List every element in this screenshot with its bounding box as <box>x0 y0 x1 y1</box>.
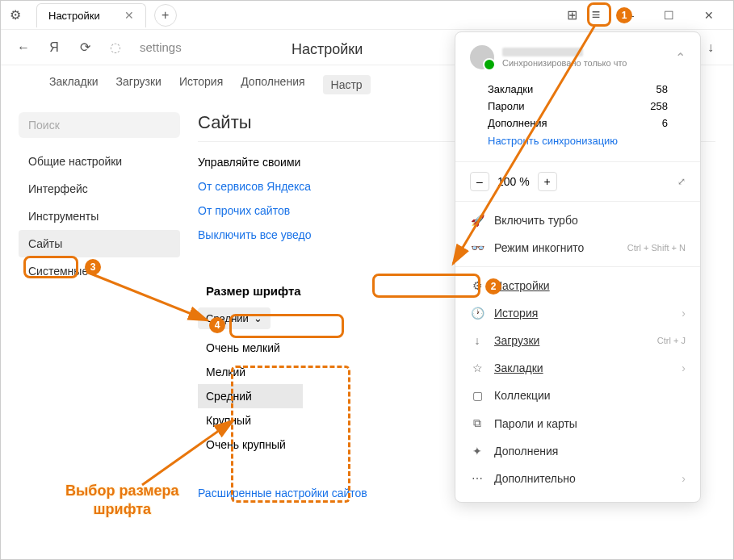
menu-turbo[interactable]: 🚀Включить турбо <box>455 207 700 234</box>
new-tab-button[interactable]: + <box>154 4 177 27</box>
downloads-icon[interactable]: ↓ <box>701 38 720 57</box>
menu-collections[interactable]: ▢Коллекции <box>455 382 700 409</box>
shortcut: Ctrl + J <box>657 336 686 345</box>
annotation-num-3: 3 <box>85 259 101 275</box>
stat-bookmarks-label: Закладки <box>488 83 533 95</box>
nav-downloads[interactable]: Загрузки <box>116 75 161 94</box>
sync-setup-link[interactable]: Настроить синхронизацию <box>488 132 668 150</box>
nav-addons[interactable]: Дополнения <box>241 75 304 94</box>
stat-passwords-val: 258 <box>650 100 668 112</box>
annotation-num-2: 2 <box>485 278 501 295</box>
menu-more[interactable]: ⋯Дополнительно› <box>455 465 700 492</box>
shortcut: Ctrl + Shift + N <box>627 243 686 253</box>
maximize-button[interactable]: ☐ <box>651 2 686 28</box>
chevron-right-icon: › <box>682 361 686 374</box>
stat-bookmarks-val: 58 <box>656 83 668 95</box>
gear-icon[interactable]: ⚙ <box>1 7 30 23</box>
zoom-level: 100 % <box>497 175 530 188</box>
dots-icon: ⋯ <box>470 472 484 485</box>
back-button[interactable]: ← <box>14 38 33 57</box>
annotation-num-1: 1 <box>616 7 632 23</box>
menu-passwords[interactable]: ⧉Пароли и карты <box>455 409 700 437</box>
stat-addons-label: Дополнения <box>488 117 547 129</box>
clock-icon: 🕐 <box>470 307 484 320</box>
sync-stats: Закладки58 Пароли258 Дополнения6 Настрои… <box>455 76 700 157</box>
settings-sidebar: Поиск Общие настройки Интерфейс Инструме… <box>19 112 180 505</box>
font-size-options: Очень мелкий Мелкий Средний Крупный Очен… <box>198 336 303 457</box>
sync-status: Синхронизировано только что <box>502 58 627 68</box>
star-icon: ☆ <box>470 361 484 374</box>
puzzle-icon: ✦ <box>470 445 484 458</box>
annotation-caption: Выбор размера шрифта <box>65 482 179 520</box>
menu-incognito[interactable]: 👓Режим инкогнитоCtrl + Shift + N <box>455 234 700 261</box>
rocket-icon: 🚀 <box>470 214 484 227</box>
chevron-down-icon: ⌄ <box>254 312 262 324</box>
sidebar-item-interface[interactable]: Интерфейс <box>19 175 180 203</box>
nav-bookmarks[interactable]: Закладки <box>49 75 99 94</box>
menu-bookmarks[interactable]: ☆Закладки› <box>455 354 700 382</box>
chevron-right-icon: › <box>682 307 686 320</box>
zoom-in-button[interactable]: + <box>538 172 557 191</box>
fullscreen-icon[interactable]: ⤢ <box>677 176 686 187</box>
gear-icon: ⚙ <box>470 279 484 292</box>
font-size-heading: Размер шрифта <box>198 279 309 303</box>
menu-user-row[interactable]: Синхронизировано только что ⌃ <box>455 42 700 76</box>
sidebar-item-sites[interactable]: Сайты <box>19 230 180 257</box>
nav-history[interactable]: История <box>179 75 223 94</box>
zoom-row: – 100 % + ⤢ <box>455 167 700 196</box>
chevron-right-icon: › <box>682 472 686 485</box>
search-input[interactable]: Поиск <box>19 112 180 138</box>
browser-tab[interactable]: Настройки ✕ <box>36 3 146 27</box>
stat-addons-val: 6 <box>662 117 668 129</box>
menu-history[interactable]: 🕐История› <box>455 299 700 327</box>
site-info-icon[interactable]: ◌ <box>106 38 125 57</box>
download-icon: ↓ <box>470 334 484 347</box>
font-option-m[interactable]: Средний <box>198 384 303 408</box>
font-option-l[interactable]: Крупный <box>198 408 303 433</box>
close-tab-icon[interactable]: ✕ <box>124 9 134 22</box>
avatar <box>470 45 494 69</box>
page-title: Настройки <box>292 41 363 58</box>
menu-downloads[interactable]: ↓ЗагрузкиCtrl + J <box>455 327 700 354</box>
yandex-icon[interactable]: Я <box>44 38 64 57</box>
font-option-s[interactable]: Мелкий <box>198 360 303 384</box>
mask-icon: 👓 <box>470 241 484 254</box>
font-option-xl[interactable]: Очень крупный <box>198 433 303 457</box>
reload-button[interactable]: ⟳ <box>75 38 94 57</box>
annotation-num-4: 4 <box>209 317 225 333</box>
stat-passwords-label: Пароли <box>488 100 525 112</box>
hamburger-menu-icon[interactable]: ≡ <box>586 6 606 25</box>
user-name-blurred <box>502 48 583 56</box>
chevron-up-icon[interactable]: ⌃ <box>675 50 686 65</box>
close-window-button[interactable]: ✕ <box>691 2 727 28</box>
bookmark-icon: ▢ <box>470 389 484 402</box>
sidebar-toggle-icon[interactable]: ⊞ <box>562 6 581 25</box>
main-menu-panel: Синхронизировано только что ⌃ Закладки58… <box>455 31 701 503</box>
tab-title: Настройки <box>48 10 100 22</box>
menu-addons[interactable]: ✦Дополнения <box>455 437 700 465</box>
card-icon: ⧉ <box>470 416 484 430</box>
zoom-out-button[interactable]: – <box>470 172 489 191</box>
nav-settings[interactable]: Настр <box>323 75 371 94</box>
sidebar-item-tools[interactable]: Инструменты <box>19 203 180 230</box>
sidebar-item-general[interactable]: Общие настройки <box>19 148 180 175</box>
font-option-xs[interactable]: Очень мелкий <box>198 336 303 360</box>
